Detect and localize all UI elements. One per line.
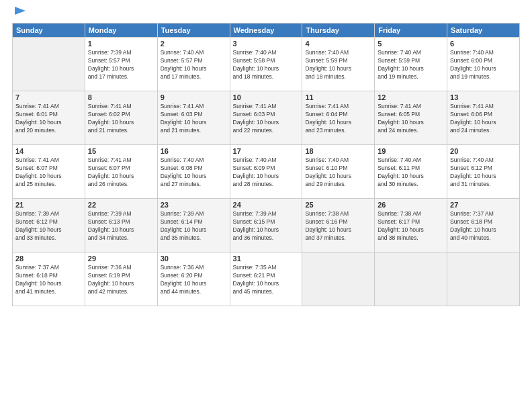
svg-marker-0 [15,7,26,15]
day-cell: 27Sunrise: 7:37 AM Sunset: 6:18 PM Dayli… [447,199,520,253]
day-info: Sunrise: 7:40 AM Sunset: 5:59 PM Dayligh… [305,49,371,81]
day-number: 9 [161,93,227,101]
day-number: 13 [450,93,517,101]
day-info: Sunrise: 7:39 AM Sunset: 6:13 PM Dayligh… [88,210,154,242]
day-number: 16 [161,147,227,155]
day-info: Sunrise: 7:41 AM Sunset: 6:04 PM Dayligh… [305,103,371,135]
day-info: Sunrise: 7:40 AM Sunset: 6:00 PM Dayligh… [450,49,517,81]
day-number: 26 [378,201,444,209]
day-cell: 1Sunrise: 7:39 AM Sunset: 5:57 PM Daylig… [85,38,157,91]
day-info: Sunrise: 7:39 AM Sunset: 6:14 PM Dayligh… [161,210,227,242]
day-cell: 12Sunrise: 7:41 AM Sunset: 6:05 PM Dayli… [375,91,447,145]
page: SundayMondayTuesdayWednesdayThursdayFrid… [0,0,532,411]
day-info: Sunrise: 7:39 AM Sunset: 5:57 PM Dayligh… [88,49,154,81]
day-info: Sunrise: 7:41 AM Sunset: 6:03 PM Dayligh… [161,103,227,135]
day-number: 17 [233,147,300,155]
day-cell: 24Sunrise: 7:39 AM Sunset: 6:15 PM Dayli… [230,199,302,253]
day-number: 5 [378,40,444,48]
header [12,11,520,16]
day-cell: 26Sunrise: 7:38 AM Sunset: 6:17 PM Dayli… [375,199,447,253]
day-number: 19 [378,147,444,155]
header-row: SundayMondayTuesdayWednesdayThursdayFrid… [13,24,520,38]
day-number: 31 [233,255,300,263]
day-cell [302,253,375,306]
col-header-wednesday: Wednesday [230,24,302,38]
logo-flag-icon [13,5,28,20]
day-info: Sunrise: 7:40 AM Sunset: 6:09 PM Dayligh… [233,156,300,189]
calendar-table: SundayMondayTuesdayWednesdayThursdayFrid… [12,23,520,306]
day-number: 25 [305,201,371,209]
day-info: Sunrise: 7:40 AM Sunset: 5:58 PM Dayligh… [233,49,300,81]
day-info: Sunrise: 7:35 AM Sunset: 6:21 PM Dayligh… [233,264,300,296]
day-info: Sunrise: 7:39 AM Sunset: 6:15 PM Dayligh… [233,210,300,242]
day-number: 11 [305,93,371,101]
day-cell: 4Sunrise: 7:40 AM Sunset: 5:59 PM Daylig… [302,38,375,91]
day-info: Sunrise: 7:39 AM Sunset: 6:12 PM Dayligh… [15,210,82,242]
day-cell: 28Sunrise: 7:37 AM Sunset: 6:18 PM Dayli… [13,253,85,306]
day-cell: 17Sunrise: 7:40 AM Sunset: 6:09 PM Dayli… [230,145,302,199]
day-info: Sunrise: 7:41 AM Sunset: 6:02 PM Dayligh… [88,103,154,135]
day-number: 2 [161,40,227,48]
day-number: 6 [450,40,517,48]
col-header-friday: Friday [375,24,447,38]
day-info: Sunrise: 7:38 AM Sunset: 6:17 PM Dayligh… [378,210,444,242]
day-cell: 5Sunrise: 7:40 AM Sunset: 5:59 PM Daylig… [375,38,447,91]
week-row-4: 21Sunrise: 7:39 AM Sunset: 6:12 PM Dayli… [13,199,520,253]
week-row-5: 28Sunrise: 7:37 AM Sunset: 6:18 PM Dayli… [13,253,520,306]
day-info: Sunrise: 7:41 AM Sunset: 6:03 PM Dayligh… [233,103,300,135]
day-cell: 10Sunrise: 7:41 AM Sunset: 6:03 PM Dayli… [230,91,302,145]
day-cell: 18Sunrise: 7:40 AM Sunset: 6:10 PM Dayli… [302,145,375,199]
week-row-2: 7Sunrise: 7:41 AM Sunset: 6:01 PM Daylig… [13,91,520,145]
day-number: 8 [88,93,154,101]
day-cell: 29Sunrise: 7:36 AM Sunset: 6:19 PM Dayli… [85,253,157,306]
day-cell: 7Sunrise: 7:41 AM Sunset: 6:01 PM Daylig… [13,91,85,145]
day-cell: 19Sunrise: 7:40 AM Sunset: 6:11 PM Dayli… [375,145,447,199]
day-info: Sunrise: 7:41 AM Sunset: 6:06 PM Dayligh… [450,103,517,135]
day-number: 3 [233,40,300,48]
day-info: Sunrise: 7:36 AM Sunset: 6:20 PM Dayligh… [161,264,227,296]
day-number: 15 [88,147,154,155]
day-info: Sunrise: 7:37 AM Sunset: 6:18 PM Dayligh… [15,264,82,296]
day-cell: 11Sunrise: 7:41 AM Sunset: 6:04 PM Dayli… [302,91,375,145]
week-row-1: 1Sunrise: 7:39 AM Sunset: 5:57 PM Daylig… [13,38,520,91]
day-cell: 15Sunrise: 7:41 AM Sunset: 6:07 PM Dayli… [85,145,157,199]
day-cell: 16Sunrise: 7:40 AM Sunset: 6:08 PM Dayli… [157,145,230,199]
day-info: Sunrise: 7:41 AM Sunset: 6:07 PM Dayligh… [88,156,154,189]
day-info: Sunrise: 7:41 AM Sunset: 6:07 PM Dayligh… [15,156,82,189]
day-number: 28 [15,255,82,263]
day-info: Sunrise: 7:40 AM Sunset: 6:11 PM Dayligh… [378,156,444,189]
day-number: 7 [15,93,82,101]
day-cell: 31Sunrise: 7:35 AM Sunset: 6:21 PM Dayli… [230,253,302,306]
day-cell: 20Sunrise: 7:40 AM Sunset: 6:12 PM Dayli… [447,145,520,199]
day-number: 29 [88,255,154,263]
col-header-saturday: Saturday [447,24,520,38]
col-header-thursday: Thursday [302,24,375,38]
day-info: Sunrise: 7:40 AM Sunset: 5:59 PM Dayligh… [378,49,444,81]
week-row-3: 14Sunrise: 7:41 AM Sunset: 6:07 PM Dayli… [13,145,520,199]
logo [12,11,28,16]
day-info: Sunrise: 7:40 AM Sunset: 5:57 PM Dayligh… [161,49,227,81]
day-cell [447,253,520,306]
day-number: 1 [88,40,154,48]
day-info: Sunrise: 7:37 AM Sunset: 6:18 PM Dayligh… [450,210,517,242]
day-cell: 21Sunrise: 7:39 AM Sunset: 6:12 PM Dayli… [13,199,85,253]
col-header-sunday: Sunday [13,24,85,38]
day-cell [375,253,447,306]
day-number: 21 [15,201,82,209]
day-info: Sunrise: 7:38 AM Sunset: 6:16 PM Dayligh… [305,210,371,242]
day-cell: 6Sunrise: 7:40 AM Sunset: 6:00 PM Daylig… [447,38,520,91]
day-cell: 22Sunrise: 7:39 AM Sunset: 6:13 PM Dayli… [85,199,157,253]
day-number: 10 [233,93,300,101]
day-info: Sunrise: 7:41 AM Sunset: 6:01 PM Dayligh… [15,103,82,135]
day-number: 18 [305,147,371,155]
day-number: 12 [378,93,444,101]
day-cell: 3Sunrise: 7:40 AM Sunset: 5:58 PM Daylig… [230,38,302,91]
day-info: Sunrise: 7:36 AM Sunset: 6:19 PM Dayligh… [88,264,154,296]
day-number: 27 [450,201,517,209]
day-info: Sunrise: 7:40 AM Sunset: 6:12 PM Dayligh… [450,156,517,189]
day-number: 30 [161,255,227,263]
day-cell: 23Sunrise: 7:39 AM Sunset: 6:14 PM Dayli… [157,199,230,253]
day-number: 24 [233,201,300,209]
col-header-tuesday: Tuesday [157,24,230,38]
day-number: 23 [161,201,227,209]
